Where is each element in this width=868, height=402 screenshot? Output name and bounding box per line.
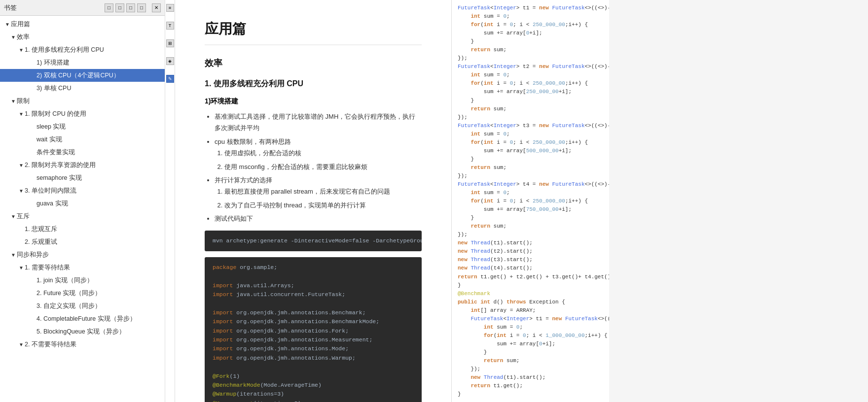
sidebar-item-pessimistic[interactable]: 1. 悲观互斥 [0, 223, 165, 235]
parallel-sub-1: 最初想直接使用 parallel stream，后来发现它有自己的问题 [224, 186, 422, 197]
syncasync-label: 同步和异步 [17, 250, 49, 260]
sidebar-item-efficiency[interactable]: ▼ 效率 [0, 31, 165, 43]
sidebar-item-sleep[interactable]: sleep 实现 [0, 120, 165, 133]
panel-icon-4[interactable]: ◈ [166, 57, 174, 65]
ctrl-btn-2[interactable]: □ [115, 3, 124, 12]
sidebar-title: 书签 [4, 3, 17, 12]
limittime-label: 3. 单位时间内限流 [25, 186, 76, 196]
bullet-1: 基准测试工具选择，使用了比较靠谱的 JMH，它会执行程序预热，执行多次测试并平均 [215, 111, 422, 134]
wait-label: wait 实现 [36, 134, 62, 144]
sidebar-item-limittime[interactable]: ▼ 3. 单位时间内限流 [0, 184, 165, 197]
cmd-code-block: mvn archetype:generate -DinteractiveMode… [205, 231, 422, 251]
sidebar-item-needresult[interactable]: ▼ 1. 需要等待结果 [0, 261, 165, 274]
efficiency-label: 效率 [17, 32, 30, 42]
blocking-label: 5. BlockingQueue 实现（异步） [36, 327, 125, 336]
optimistic-label: 2. 乐观重试 [25, 237, 57, 247]
future-label: 2. Future 实现（同步） [36, 288, 102, 298]
sidebar-tree: ▼ 应用篇 ▼ 效率 ▼ 1. 使用多线程充分利用 CPU 1) 环境搭建 2)… [0, 16, 165, 402]
semaphore-label: semaphore 实现 [36, 173, 82, 183]
panel-icon-3[interactable]: ⊞ [166, 39, 174, 47]
doc-sub1: 1)环境搭建 [205, 97, 422, 106]
limit-label: 限制 [17, 96, 30, 106]
java-code-block: package org.sample; import java.util.Arr… [205, 257, 422, 402]
sidebar-item-guava[interactable]: guava 实现 [0, 197, 165, 210]
ctrl-btn-1[interactable]: □ [105, 3, 113, 12]
close-button[interactable]: ✕ [152, 3, 161, 12]
limitcpu-label: 1. 限制对 CPU 的使用 [25, 109, 86, 119]
env-label: 1) 环境搭建 [36, 58, 70, 67]
sidebar-item-nowait[interactable]: ▼ 2. 不需要等待结果 [0, 338, 165, 351]
sidebar-item-dualcore[interactable]: 2) 双核 CPU（4个逻辑CPU） [0, 69, 165, 82]
singlecore-label: 3) 单核 CPU [36, 83, 71, 93]
sidebar-item-limitcpu[interactable]: ▼ 1. 限制对 CPU 的使用 [0, 107, 165, 120]
custom-label: 3. 自定义实现（同步） [36, 301, 101, 311]
parallel-sub-2: 改为了自己手动控制 thread，实现简单的并行计算 [224, 200, 422, 211]
sidebar-item-semaphore[interactable]: semaphore 实现 [0, 171, 165, 184]
sidebar-item-syncasync[interactable]: ▼ 同步和异步 [0, 248, 165, 261]
sidebar-item-condition[interactable]: 条件变量实现 [0, 146, 165, 159]
doc-bullet-list: 基准测试工具选择，使用了比较靠谱的 JMH，它会执行程序预热，执行多次测试并平均… [205, 111, 422, 225]
parallel-sub-list: 最初想直接使用 parallel stream，后来发现它有自己的问题 改为了自… [215, 186, 422, 211]
needresult-label: 1. 需要等待结果 [25, 263, 70, 272]
panel-icon-5[interactable]: ✎ [166, 75, 174, 83]
expand-arrow: ▼ [4, 22, 11, 27]
cpu-sub-2: 使用 msconfig，分配合适的核，需要重启比较麻烦 [224, 161, 422, 172]
sidebar-item-multithread[interactable]: ▼ 1. 使用多线程充分利用 CPU [0, 43, 165, 56]
nowait-label: 2. 不需要等待结果 [25, 339, 76, 349]
multithread-label: 1. 使用多线程充分利用 CPU [25, 45, 104, 55]
panel-icon-2[interactable]: T [166, 22, 174, 30]
guava-label: guava 实现 [36, 199, 68, 208]
bullet-2: cpu 核数限制，有两种思路 使用虚拟机，分配合适的核 使用 msconfig，… [215, 136, 422, 172]
sidebar-item-limit[interactable]: ▼ 限制 [0, 95, 165, 107]
sidebar-item-completable[interactable]: 4. CompletableFuture 实现（异步） [0, 312, 165, 325]
mutex-label: 互斥 [17, 211, 30, 221]
tree-root-label: 应用篇 [11, 19, 30, 29]
left-icon-panel: ≡ T ⊞ ◈ ✎ [165, 0, 175, 402]
sidebar: 书签 □ □ □ □ ✕ ▼ 应用篇 ▼ 效率 ▼ 1. 使用多线程充分利用 C… [0, 0, 165, 402]
join-label: 1. join 实现（同步） [36, 275, 93, 285]
cpu-sub-list: 使用虚拟机，分配合适的核 使用 msconfig，分配合适的核，需要重启比较麻烦 [215, 147, 422, 172]
sidebar-header: 书签 □ □ □ □ ✕ [0, 0, 165, 16]
ctrl-btn-4[interactable]: □ [137, 3, 146, 12]
condition-label: 条件变量实现 [36, 147, 75, 157]
sidebar-item-custom[interactable]: 3. 自定义实现（同步） [0, 300, 165, 312]
sidebar-item-singlecore[interactable]: 3) 单核 CPU [0, 82, 165, 95]
doc-title: 应用篇 [205, 20, 422, 45]
sidebar-item-env[interactable]: 1) 环境搭建 [0, 56, 165, 69]
right-code-pre: FutureTask<Integer> t1 = new FutureTask<… [458, 4, 603, 399]
code-panel: FutureTask<Integer> t1 = new FutureTask<… [451, 0, 609, 402]
sidebar-item-limitshared[interactable]: ▼ 2. 限制对共享资源的使用 [0, 159, 165, 171]
panel-icon-1[interactable]: ≡ [166, 4, 174, 12]
limitshared-label: 2. 限制对共享资源的使用 [25, 160, 96, 170]
completable-label: 4. CompletableFuture 实现（异步） [36, 314, 136, 324]
doc-section1-1: 1. 使用多线程充分利用 CPU [205, 79, 422, 89]
sidebar-item-blocking[interactable]: 5. BlockingQueue 实现（异步） [0, 325, 165, 338]
sidebar-item-wait[interactable]: wait 实现 [0, 133, 165, 146]
sidebar-item-future[interactable]: 2. Future 实现（同步） [0, 287, 165, 300]
ctrl-btn-3[interactable]: □ [126, 3, 135, 12]
main-content: ≡ T ⊞ ◈ ✎ 应用篇 效率 1. 使用多线程充分利用 CPU 1)环境搭建… [165, 0, 868, 402]
bullet-4: 测试代码如下 [215, 213, 422, 224]
sidebar-item-optimistic[interactable]: 2. 乐观重试 [0, 235, 165, 248]
sleep-label: sleep 实现 [36, 122, 66, 132]
bullet-3: 并行计算方式的选择 最初想直接使用 parallel stream，后来发现它有… [215, 174, 422, 211]
pessimistic-label: 1. 悲观互斥 [25, 224, 57, 234]
cpu-sub-1: 使用虚拟机，分配合适的核 [224, 147, 422, 159]
tree-root[interactable]: ▼ 应用篇 [0, 18, 165, 31]
document-area: 应用篇 效率 1. 使用多线程充分利用 CPU 1)环境搭建 基准测试工具选择，… [175, 0, 451, 402]
sidebar-controls: □ □ □ □ ✕ [105, 3, 161, 12]
dualcore-label: 2) 双核 CPU（4个逻辑CPU） [36, 70, 120, 80]
sidebar-item-join[interactable]: 1. join 实现（同步） [0, 274, 165, 287]
sidebar-item-mutex[interactable]: ▼ 互斥 [0, 210, 165, 223]
doc-section1: 效率 [205, 57, 422, 69]
